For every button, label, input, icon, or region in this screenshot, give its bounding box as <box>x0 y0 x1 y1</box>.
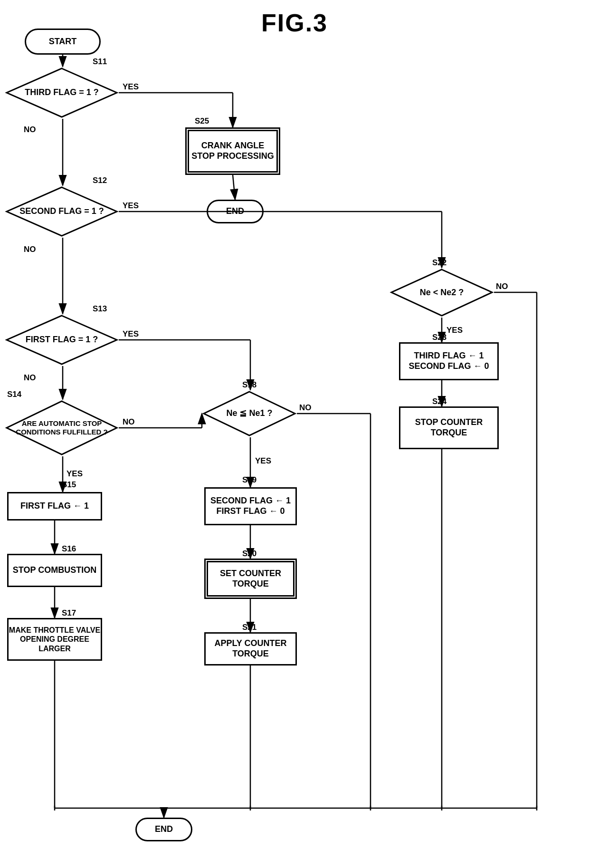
third-flag-diamond: THIRD FLAG = 1 ? <box>5 67 119 119</box>
end2-shape: END <box>135 818 192 841</box>
set-counter-torque-shape: SET COUNTER TORQUE <box>204 559 297 599</box>
stop-combustion-shape: STOP COMBUSTION <box>7 554 102 587</box>
start-shape: START <box>25 29 101 55</box>
svg-text:YES: YES <box>123 329 139 338</box>
svg-text:NO: NO <box>24 125 36 134</box>
end1-shape: END <box>207 200 264 223</box>
s14-label: S14 <box>7 390 21 399</box>
s16-label: S16 <box>62 544 76 554</box>
first-flag-1-shape: FIRST FLAG ← 1 <box>7 492 102 521</box>
ne-ne1-diamond: Ne ≦ Ne1 ? <box>202 390 297 437</box>
ne-ne2-diamond: Ne < Ne2 ? <box>390 268 494 318</box>
s18-label: S18 <box>242 380 256 390</box>
s13-label: S13 <box>93 304 107 314</box>
s12-label: S12 <box>93 176 107 185</box>
svg-text:NO: NO <box>496 282 508 291</box>
s15-label: S15 <box>62 480 76 490</box>
svg-text:NO: NO <box>299 403 312 412</box>
s23-label: S23 <box>432 333 446 342</box>
auto-stop-diamond: ARE AUTOMATIC STOP CONDITIONS FULFILLED … <box>5 399 119 456</box>
s24-label: S24 <box>432 397 446 406</box>
svg-text:NO: NO <box>24 245 36 254</box>
svg-text:YES: YES <box>123 82 139 91</box>
stop-counter-torque-shape: STOP COUNTER TORQUE <box>399 406 499 449</box>
svg-text:YES: YES <box>123 201 139 210</box>
crank-angle-shape: CRANK ANGLE STOP PROCESSING <box>185 127 280 175</box>
s22-label: S22 <box>432 258 446 268</box>
svg-text:NO: NO <box>24 373 36 382</box>
svg-text:YES: YES <box>66 469 83 478</box>
third-second-flags-shape: THIRD FLAG ← 1 SECOND FLAG ← 0 <box>399 342 499 380</box>
svg-line-11 <box>233 175 235 200</box>
s17-label: S17 <box>62 608 76 618</box>
figure-title: FIG.3 <box>261 9 328 37</box>
s19-label: S19 <box>242 475 256 485</box>
svg-text:YES: YES <box>446 326 463 335</box>
second-flag-diamond: SECOND FLAG = 1 ? <box>5 185 119 238</box>
svg-text:NO: NO <box>123 417 135 426</box>
second-first-flags-shape: SECOND FLAG ← 1 FIRST FLAG ← 0 <box>204 487 297 525</box>
s25-label: S25 <box>195 116 209 126</box>
throttle-shape: MAKE THROTTLE VALVE OPENING DEGREE LARGE… <box>7 618 102 661</box>
flowchart-container: FIG.3 START S11 THIRD FLAG = 1 ? S25 CRA… <box>0 0 589 868</box>
apply-counter-torque-shape: APPLY COUNTER TORQUE <box>204 632 297 665</box>
first-flag-diamond: FIRST FLAG = 1 ? <box>5 314 119 366</box>
s20-label: S20 <box>242 549 256 559</box>
s21-label: S21 <box>242 623 256 632</box>
s11-label: S11 <box>93 57 107 67</box>
svg-text:YES: YES <box>255 456 271 465</box>
